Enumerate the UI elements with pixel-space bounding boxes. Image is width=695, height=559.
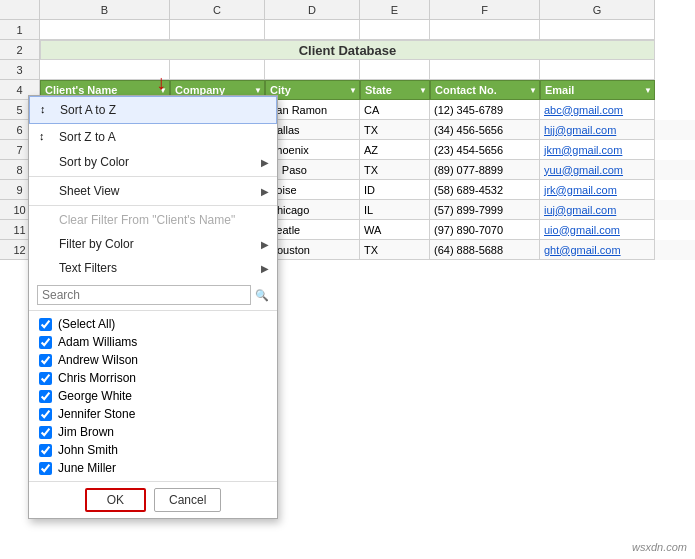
cell-city-7[interactable]: Phoenix bbox=[265, 140, 360, 160]
cell-city-6[interactable]: Dallas bbox=[265, 120, 360, 140]
cell-contact-6[interactable]: (34) 456-5656 bbox=[430, 120, 540, 140]
cell-f1[interactable] bbox=[430, 20, 540, 40]
menu-label-sort-color: Sort by Color bbox=[59, 155, 129, 169]
cell-city-9[interactable]: Boise bbox=[265, 180, 360, 200]
header-state[interactable]: State ▼ bbox=[360, 80, 430, 100]
cell-b1[interactable] bbox=[40, 20, 170, 40]
cell-email-8[interactable]: yuu@gmail.com bbox=[540, 160, 655, 180]
checkbox-input-chris-morrison[interactable] bbox=[39, 372, 52, 385]
cell-c3[interactable] bbox=[170, 60, 265, 80]
header-email[interactable]: Email ▼ bbox=[540, 80, 655, 100]
menu-label-sort-az: Sort A to Z bbox=[60, 103, 116, 117]
cell-email-11[interactable]: uio@gmail.com bbox=[540, 220, 655, 240]
menu-item-clear-filter[interactable]: Clear Filter From "Client's Name" bbox=[29, 208, 277, 232]
checkbox-jim-brown[interactable]: Jim Brown bbox=[29, 423, 277, 441]
checkbox-input-june-miller[interactable] bbox=[39, 462, 52, 475]
row-num-2[interactable]: 2 bbox=[0, 40, 40, 60]
cell-state-12[interactable]: TX bbox=[360, 240, 430, 260]
cell-contact-8[interactable]: (89) 077-8899 bbox=[430, 160, 540, 180]
search-icon[interactable]: 🔍 bbox=[255, 289, 269, 302]
checkbox-george-white[interactable]: George White bbox=[29, 387, 277, 405]
cell-state-11[interactable]: WA bbox=[360, 220, 430, 240]
menu-item-filter-color[interactable]: Filter by Color ▶ bbox=[29, 232, 277, 256]
filter-arrow-email[interactable]: ▼ bbox=[644, 86, 652, 95]
col-header-g[interactable]: G bbox=[540, 0, 655, 20]
menu-item-sheet-view[interactable]: Sheet View ▶ bbox=[29, 179, 277, 203]
cell-contact-11[interactable]: (97) 890-7070 bbox=[430, 220, 540, 240]
checkbox-input-john-smith[interactable] bbox=[39, 444, 52, 457]
cell-email-10[interactable]: iuj@gmail.com bbox=[540, 200, 655, 220]
header-city[interactable]: City ▼ bbox=[265, 80, 360, 100]
checkbox-john-smith[interactable]: John Smith bbox=[29, 441, 277, 459]
cell-e1[interactable] bbox=[360, 20, 430, 40]
checkbox-input-select-all[interactable] bbox=[39, 318, 52, 331]
col-header-b[interactable]: B bbox=[40, 0, 170, 20]
cell-state-9[interactable]: ID bbox=[360, 180, 430, 200]
checkbox-input-adam-williams[interactable] bbox=[39, 336, 52, 349]
red-arrow-indicator: ↓ bbox=[156, 72, 166, 92]
cell-email-12[interactable]: ght@gmail.com bbox=[540, 240, 655, 260]
checkbox-input-andrew-wilson[interactable] bbox=[39, 354, 52, 367]
filter-arrow-company[interactable]: ▼ bbox=[254, 86, 262, 95]
col-header-c[interactable]: C bbox=[170, 0, 265, 20]
watermark: wsxdn.com bbox=[632, 541, 687, 553]
cell-d3[interactable] bbox=[265, 60, 360, 80]
row-num-1[interactable]: 1 bbox=[0, 20, 40, 40]
checkbox-select-all[interactable]: (Select All) bbox=[29, 315, 277, 333]
cell-e3[interactable] bbox=[360, 60, 430, 80]
cell-state-8[interactable]: TX bbox=[360, 160, 430, 180]
header-contact[interactable]: Contact No. ▼ bbox=[430, 80, 540, 100]
cell-b3[interactable] bbox=[40, 60, 170, 80]
cell-state-6[interactable]: TX bbox=[360, 120, 430, 140]
checkbox-label-john-smith: John Smith bbox=[58, 443, 118, 457]
cell-email-7[interactable]: jkm@gmail.com bbox=[540, 140, 655, 160]
cell-email-6[interactable]: hjj@gmail.com bbox=[540, 120, 655, 140]
row-num-3[interactable]: 3 bbox=[0, 60, 40, 80]
checkbox-jennifer-stone[interactable]: Jennifer Stone bbox=[29, 405, 277, 423]
cell-state-7[interactable]: AZ bbox=[360, 140, 430, 160]
cancel-button[interactable]: Cancel bbox=[154, 488, 221, 512]
cell-city-5[interactable]: San Ramon bbox=[265, 100, 360, 120]
cell-city-11[interactable]: Seatle bbox=[265, 220, 360, 240]
col-header-e[interactable]: E bbox=[360, 0, 430, 20]
cell-f3[interactable] bbox=[430, 60, 540, 80]
menu-item-text-filters[interactable]: Text Filters ▶ bbox=[29, 256, 277, 280]
cell-c1[interactable] bbox=[170, 20, 265, 40]
cell-state-5[interactable]: CA bbox=[360, 100, 430, 120]
checkbox-input-george-white[interactable] bbox=[39, 390, 52, 403]
menu-label-clear-filter: Clear Filter From "Client's Name" bbox=[59, 213, 235, 227]
cell-email-5[interactable]: abc@gmail.com bbox=[540, 100, 655, 120]
checkbox-input-jim-brown[interactable] bbox=[39, 426, 52, 439]
checkbox-chris-morrison[interactable]: Chris Morrison bbox=[29, 369, 277, 387]
cell-d1[interactable] bbox=[265, 20, 360, 40]
cell-g3[interactable] bbox=[540, 60, 655, 80]
cell-g1[interactable] bbox=[540, 20, 655, 40]
filter-arrow-state[interactable]: ▼ bbox=[419, 86, 427, 95]
menu-item-sort-za[interactable]: ↕ Sort Z to A bbox=[29, 124, 277, 150]
cell-contact-7[interactable]: (23) 454-5656 bbox=[430, 140, 540, 160]
cell-contact-10[interactable]: (57) 899-7999 bbox=[430, 200, 540, 220]
menu-item-sort-az[interactable]: ↕ Sort A to Z bbox=[29, 96, 277, 124]
checkbox-label-adam-williams: Adam Williams bbox=[58, 335, 137, 349]
filter-arrow-city[interactable]: ▼ bbox=[349, 86, 357, 95]
ok-button[interactable]: OK bbox=[85, 488, 146, 512]
title-cell[interactable]: Client Database bbox=[40, 40, 655, 60]
checkbox-andrew-wilson[interactable]: Andrew Wilson bbox=[29, 351, 277, 369]
checkbox-june-miller[interactable]: June Miller bbox=[29, 459, 277, 477]
filter-arrow-contact[interactable]: ▼ bbox=[529, 86, 537, 95]
menu-item-sort-color[interactable]: Sort by Color ▶ bbox=[29, 150, 277, 174]
search-input[interactable] bbox=[37, 285, 251, 305]
cell-city-10[interactable]: Chicago bbox=[265, 200, 360, 220]
col-header-f[interactable]: F bbox=[430, 0, 540, 20]
cell-state-10[interactable]: IL bbox=[360, 200, 430, 220]
cell-city-12[interactable]: Houston bbox=[265, 240, 360, 260]
cell-email-9[interactable]: jrk@gmail.com bbox=[540, 180, 655, 200]
checkbox-adam-williams[interactable]: Adam Williams bbox=[29, 333, 277, 351]
search-area: 🔍 bbox=[29, 280, 277, 311]
cell-contact-9[interactable]: (58) 689-4532 bbox=[430, 180, 540, 200]
cell-city-8[interactable]: El Paso bbox=[265, 160, 360, 180]
cell-contact-12[interactable]: (64) 888-5688 bbox=[430, 240, 540, 260]
col-header-d[interactable]: D bbox=[265, 0, 360, 20]
checkbox-input-jennifer-stone[interactable] bbox=[39, 408, 52, 421]
cell-contact-5[interactable]: (12) 345-6789 bbox=[430, 100, 540, 120]
